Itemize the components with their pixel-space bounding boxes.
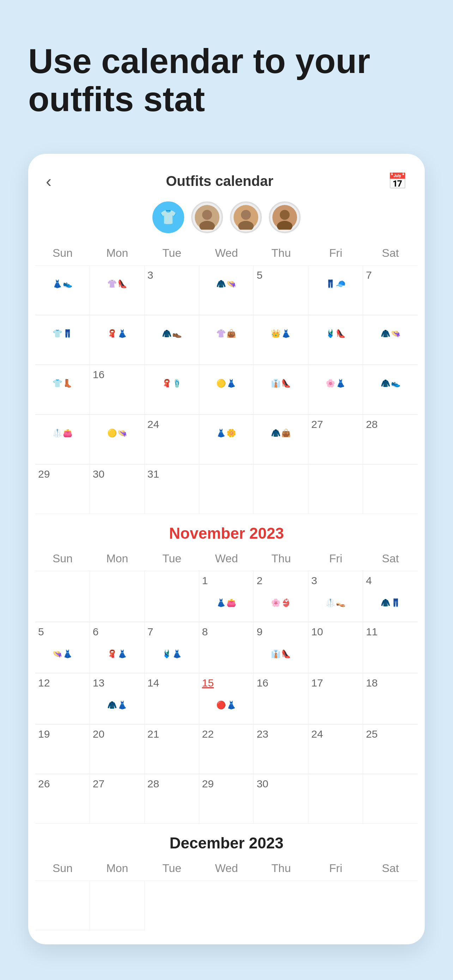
oct-cell-18[interactable]: 🟡👗 (199, 365, 254, 415)
oct-cell-24[interactable]: 24 (145, 415, 199, 464)
oct-cell-7[interactable]: 7 (363, 266, 418, 315)
oct-cell-27[interactable]: 27 (308, 415, 363, 464)
outfit-oct-13: 🩱👠 (311, 319, 360, 349)
outfit-oct-11: 👚👜 (202, 319, 251, 349)
nov-cell-24[interactable]: 24 (308, 725, 363, 774)
outfit-oct-26: 🧥👜 (256, 418, 305, 449)
dec-weekday-thu: Thu (254, 859, 308, 878)
dec-empty-2 (90, 881, 145, 930)
oct-cell-13[interactable]: 🩱👠 (308, 315, 363, 365)
nov-date-20: 20 (93, 728, 141, 740)
outfit-oct-4: 🧥👒 (202, 269, 251, 299)
nov-cell-4[interactable]: 4 🧥👖 (363, 571, 418, 622)
oct-cell-28[interactable]: 28 (363, 415, 418, 464)
oct-cell-8[interactable]: 👕👖 (35, 315, 90, 365)
oct-cell-14[interactable]: 🧥👒 (363, 315, 418, 365)
nov-date-25: 25 (366, 728, 415, 740)
nov-cell-1[interactable]: 1 👗👛 (199, 571, 254, 622)
card-header: ‹ Outfits calendar 📅 (28, 168, 425, 198)
oct-cell-5[interactable]: 5 (254, 266, 308, 315)
oct-cell-3[interactable]: 3 (145, 266, 199, 315)
nov-cell-17[interactable]: 17 (308, 673, 363, 724)
nov-cell-29[interactable]: 29 (199, 774, 254, 824)
nov-weekdays: Sun Mon Tue Wed Thu Fri Sat (35, 549, 418, 568)
nov-cell-9[interactable]: 9 👔👠 (254, 622, 308, 673)
oct-cell-23[interactable]: 🟡👒 (90, 415, 145, 464)
oct-cell-11[interactable]: 👚👜 (199, 315, 254, 365)
oct-cell-2[interactable]: 👚👠 (90, 266, 145, 315)
outfit-nov-1: 👗👛 (202, 588, 251, 618)
calendar-icon[interactable]: 📅 (388, 172, 407, 190)
back-button[interactable]: ‹ (46, 172, 51, 191)
nov-cell-20[interactable]: 20 (90, 725, 145, 774)
avatar-person-3[interactable] (269, 201, 300, 233)
oct-date-30: 30 (93, 468, 141, 480)
nov-cell-3[interactable]: 3 🥼👡 (308, 571, 363, 622)
nov-row-3: 12 13 🧥👗 14 15 🔴👗 16 17 (35, 673, 418, 724)
outfit-oct-9: 🧣👗 (93, 319, 141, 349)
oct-cell-22[interactable]: 🥼👛 (35, 415, 90, 464)
nov-cell-7[interactable]: 7 🩱👗 (145, 622, 199, 673)
avatar-row: 👕 (28, 198, 425, 244)
avatar-person-1[interactable] (191, 201, 223, 233)
oct-cell-16[interactable]: 16 (90, 365, 145, 415)
nov-cell-16[interactable]: 16 (254, 673, 308, 724)
oct-date-7: 7 (366, 269, 415, 281)
oct-cell-1[interactable]: 👗👟 (35, 266, 90, 315)
oct-cell-17[interactable]: 🧣🩴 (145, 365, 199, 415)
nov-cell-27[interactable]: 27 (90, 774, 145, 824)
december-title: December 2023 (35, 834, 418, 852)
nov-cell-2[interactable]: 2 🌸👙 (254, 571, 308, 622)
dec-weekday-sun: Sun (35, 859, 90, 878)
oct-cell-12[interactable]: 👑👗 (254, 315, 308, 365)
nov-cell-23[interactable]: 23 (254, 725, 308, 774)
nov-cell-28[interactable]: 28 (145, 774, 199, 824)
oct-cell-30[interactable]: 30 (90, 465, 145, 514)
outfit-oct-14: 🧥👒 (366, 319, 415, 349)
oct-cell-4[interactable]: 🧥👒 (199, 266, 254, 315)
nov-cell-30[interactable]: 30 (254, 774, 308, 824)
nov-cell-12[interactable]: 12 (35, 673, 90, 724)
nov-cell-22[interactable]: 22 (199, 725, 254, 774)
weekday-sat: Sat (363, 244, 418, 262)
nov-cell-19[interactable]: 19 (35, 725, 90, 774)
nov-cell-5[interactable]: 5 👒👗 (35, 622, 90, 673)
nov-cell-6[interactable]: 6 🧣👗 (90, 622, 145, 673)
nov-cell-13[interactable]: 13 🧥👗 (90, 673, 145, 724)
nov-cell-8[interactable]: 8 (199, 622, 254, 673)
hero-title: Use calendar to your outfits stat (28, 42, 425, 119)
nov-date-11: 11 (366, 626, 415, 638)
nov-cell-21[interactable]: 21 (145, 725, 199, 774)
nov-cell-11[interactable]: 11 (363, 622, 418, 673)
oct-cell-20[interactable]: 🌸👗 (308, 365, 363, 415)
nov-date-14: 14 (148, 677, 196, 689)
oct-cell-15[interactable]: 👕👢 (35, 365, 90, 415)
nov-cell-14[interactable]: 14 (145, 673, 199, 724)
nov-weekday-sat: Sat (363, 549, 418, 568)
oct-row-1: 👗👟 👚👠 3 🧥👒 5 (35, 265, 418, 315)
oct-cell-25[interactable]: 👗🌼 (199, 415, 254, 464)
nov-cell-10[interactable]: 10 (308, 622, 363, 673)
oct-cell-26[interactable]: 🧥👜 (254, 415, 308, 464)
oct-date-16: 16 (93, 369, 141, 381)
oct-cell-9[interactable]: 🧣👗 (90, 315, 145, 365)
oct-cell-31[interactable]: 31 (145, 465, 199, 514)
nov-date-9: 9 (256, 626, 305, 638)
december-calendar: December 2023 Sun Mon Tue Wed Thu Fri Sa… (28, 834, 425, 930)
nov-cell-26[interactable]: 26 (35, 774, 90, 824)
oct-cell-29[interactable]: 29 (35, 465, 90, 514)
nov-cell-15[interactable]: 15 🔴👗 (199, 673, 254, 724)
nov-cell-25[interactable]: 25 (363, 725, 418, 774)
november-title: November 2023 (35, 525, 418, 542)
nov-row-5: 26 27 28 29 30 (35, 774, 418, 824)
avatar-person-2[interactable] (230, 201, 262, 233)
oct-cell-21[interactable]: 🧥👟 (363, 365, 418, 415)
oct-cell-19[interactable]: 👔👠 (254, 365, 308, 415)
nov-date-28: 28 (148, 778, 196, 790)
avatar-hanger[interactable]: 👕 (153, 201, 184, 233)
nov-row-2: 5 👒👗 6 🧣👗 7 🩱👗 8 9 (35, 622, 418, 673)
oct-cell-10[interactable]: 🧥👞 (145, 315, 199, 365)
nov-cell-18[interactable]: 18 (363, 673, 418, 724)
october-calendar: Sun Mon Tue Wed Thu Fri Sat 👗👟 👚👠 (28, 244, 425, 514)
oct-cell-6[interactable]: 👖🧢 (308, 266, 363, 315)
